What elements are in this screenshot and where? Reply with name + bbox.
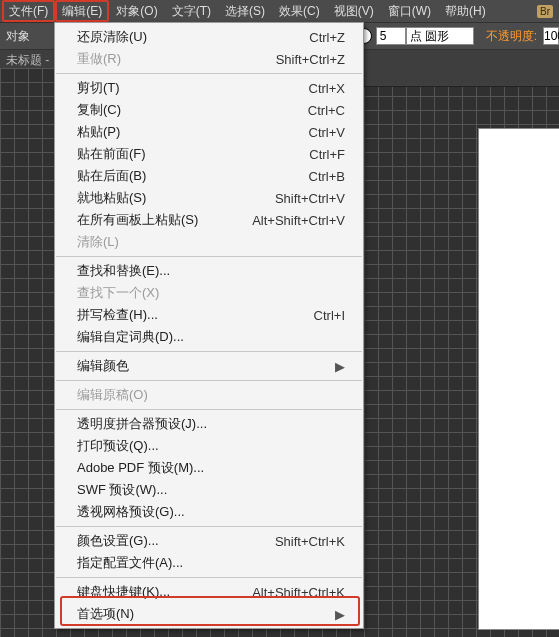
menu-item-shortcut: Ctrl+I: [314, 308, 345, 323]
menu-window[interactable]: 窗口(W): [381, 0, 438, 22]
menu-item-15[interactable]: 编辑自定词典(D)...: [55, 326, 363, 348]
artboard[interactable]: [478, 128, 559, 630]
menu-item-7[interactable]: 贴在后面(B)Ctrl+B: [55, 165, 363, 187]
menu-item-22[interactable]: 打印预设(Q)...: [55, 435, 363, 457]
menu-separator: [56, 256, 362, 257]
menu-item-31[interactable]: 首选项(N)▶: [55, 603, 363, 625]
menu-item-9[interactable]: 在所有画板上粘贴(S)Alt+Shift+Ctrl+V: [55, 209, 363, 231]
menu-type[interactable]: 文字(T): [165, 0, 218, 22]
stroke-profile-dropdown[interactable]: 点 圆形: [406, 27, 474, 45]
menu-item-21[interactable]: 透明度拼合器预设(J)...: [55, 413, 363, 435]
menu-item-label: 查找和替换(E)...: [77, 262, 345, 280]
menu-item-label: 还原清除(U): [77, 28, 309, 46]
menu-item-13: 查找下一个(X): [55, 282, 363, 304]
menu-item-shortcut: Ctrl+F: [309, 147, 345, 162]
menu-item-6[interactable]: 贴在前面(F)Ctrl+F: [55, 143, 363, 165]
menu-item-27[interactable]: 颜色设置(G)...Shift+Ctrl+K: [55, 530, 363, 552]
menu-item-label: 首选项(N): [77, 605, 335, 623]
ruler-horizontal: [362, 68, 559, 87]
menu-item-label: 清除(L): [77, 233, 345, 251]
menu-item-shortcut: Alt+Shift+Ctrl+K: [252, 585, 345, 600]
menu-item-shortcut: Shift+Ctrl+V: [275, 191, 345, 206]
menu-item-label: 剪切(T): [77, 79, 309, 97]
menu-item-30[interactable]: 键盘快捷键(K)...Alt+Shift+Ctrl+K: [55, 581, 363, 603]
menu-item-label: 就地粘贴(S): [77, 189, 275, 207]
menu-item-shortcut: Ctrl+B: [309, 169, 345, 184]
submenu-arrow-icon: ▶: [335, 607, 345, 622]
menu-item-label: 键盘快捷键(K)...: [77, 583, 252, 601]
menu-item-label: 编辑原稿(O): [77, 386, 345, 404]
menu-item-28[interactable]: 指定配置文件(A)...: [55, 552, 363, 574]
submenu-arrow-icon: ▶: [335, 359, 345, 374]
menu-item-5[interactable]: 粘贴(P)Ctrl+V: [55, 121, 363, 143]
menu-view[interactable]: 视图(V): [327, 0, 381, 22]
menu-item-label: Adobe PDF 预设(M)...: [77, 459, 345, 477]
menu-item-17[interactable]: 编辑颜色▶: [55, 355, 363, 377]
menu-item-label: 贴在后面(B): [77, 167, 309, 185]
menu-item-label: 重做(R): [77, 50, 276, 68]
menu-separator: [56, 577, 362, 578]
bridge-button[interactable]: Br: [537, 5, 553, 18]
menu-item-shortcut: Ctrl+Z: [309, 30, 345, 45]
menubar: 文件(F) 编辑(E) 对象(O) 文字(T) 选择(S) 效果(C) 视图(V…: [0, 0, 559, 22]
menu-item-8[interactable]: 就地粘贴(S)Shift+Ctrl+V: [55, 187, 363, 209]
menu-item-24[interactable]: SWF 预设(W)...: [55, 479, 363, 501]
opacity-label: 不透明度:: [486, 28, 537, 45]
menu-item-shortcut: Shift+Ctrl+K: [275, 534, 345, 549]
menu-item-label: 拼写检查(H)...: [77, 306, 314, 324]
menu-effect[interactable]: 效果(C): [272, 0, 327, 22]
menu-item-shortcut: Ctrl+X: [309, 81, 345, 96]
menu-edit[interactable]: 编辑(E): [55, 0, 109, 22]
menu-item-3[interactable]: 剪切(T)Ctrl+X: [55, 77, 363, 99]
menu-item-0[interactable]: 还原清除(U)Ctrl+Z: [55, 26, 363, 48]
menu-item-label: 在所有画板上粘贴(S): [77, 211, 252, 229]
menu-item-10: 清除(L): [55, 231, 363, 253]
opacity-field[interactable]: 100: [543, 27, 559, 45]
menu-item-25[interactable]: 透视网格预设(G)...: [55, 501, 363, 523]
no-selection-label: 对象: [0, 28, 36, 45]
menu-item-4[interactable]: 复制(C)Ctrl+C: [55, 99, 363, 121]
menu-item-shortcut: Ctrl+C: [308, 103, 345, 118]
menu-item-label: 粘贴(P): [77, 123, 309, 141]
menu-item-23[interactable]: Adobe PDF 预设(M)...: [55, 457, 363, 479]
menu-item-label: 贴在前面(F): [77, 145, 309, 163]
menu-item-label: 编辑颜色: [77, 357, 335, 375]
menu-separator: [56, 351, 362, 352]
menu-separator: [56, 409, 362, 410]
menu-item-label: SWF 预设(W)...: [77, 481, 345, 499]
menu-help[interactable]: 帮助(H): [438, 0, 493, 22]
menu-separator: [56, 73, 362, 74]
menu-item-shortcut: Alt+Shift+Ctrl+V: [252, 213, 345, 228]
menu-select[interactable]: 选择(S): [218, 0, 272, 22]
menu-item-label: 透视网格预设(G)...: [77, 503, 345, 521]
menu-item-label: 指定配置文件(A)...: [77, 554, 345, 572]
menu-item-label: 颜色设置(G)...: [77, 532, 275, 550]
menu-separator: [56, 380, 362, 381]
menu-item-label: 查找下一个(X): [77, 284, 345, 302]
menu-item-14[interactable]: 拼写检查(H)...Ctrl+I: [55, 304, 363, 326]
document-tab[interactable]: 未标题 -: [6, 52, 49, 69]
menu-item-label: 复制(C): [77, 101, 308, 119]
menu-item-label: 透明度拼合器预设(J)...: [77, 415, 345, 433]
menu-item-19: 编辑原稿(O): [55, 384, 363, 406]
menu-file[interactable]: 文件(F): [2, 0, 55, 22]
menu-object[interactable]: 对象(O): [109, 0, 164, 22]
menu-item-label: 编辑自定词典(D)...: [77, 328, 345, 346]
menu-item-shortcut: Ctrl+V: [309, 125, 345, 140]
menu-item-label: 打印预设(Q)...: [77, 437, 345, 455]
menu-item-shortcut: Shift+Ctrl+Z: [276, 52, 345, 67]
menu-item-1: 重做(R)Shift+Ctrl+Z: [55, 48, 363, 70]
edit-menu-dropdown: 还原清除(U)Ctrl+Z重做(R)Shift+Ctrl+Z剪切(T)Ctrl+…: [54, 22, 364, 629]
menu-item-12[interactable]: 查找和替换(E)...: [55, 260, 363, 282]
menu-separator: [56, 526, 362, 527]
stroke-weight-field[interactable]: 5: [376, 27, 406, 45]
